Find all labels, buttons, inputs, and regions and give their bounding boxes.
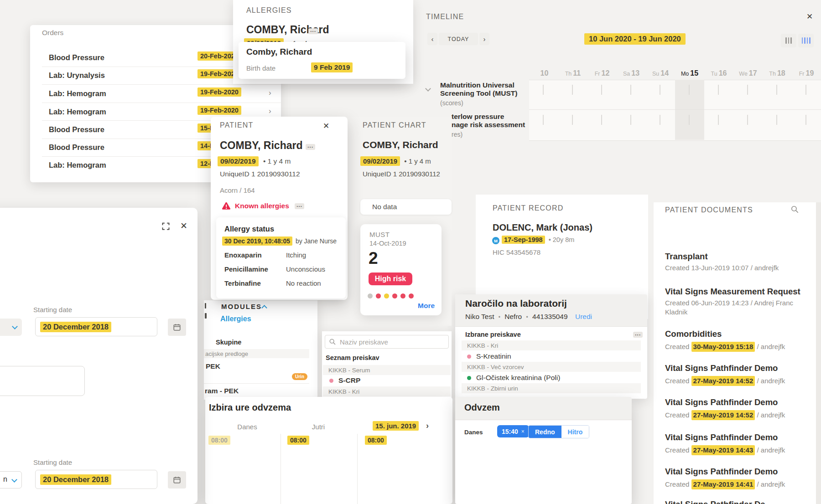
order-row-label[interactable]: Lab: Hemogram	[49, 89, 106, 98]
order-row-label[interactable]: Blood Pressure	[49, 125, 104, 134]
test-group-row: KIKKB - Kri	[462, 340, 641, 350]
known-allergies-row[interactable]: Known allergies ···	[222, 202, 304, 210]
must-label: MUST	[369, 231, 390, 238]
document-item[interactable]: Vital Signs Pathfinder Demo	[665, 467, 778, 477]
patient-dob-line: 09/02/2019 • 1 y 4 m	[360, 156, 431, 166]
timeline-today-button[interactable]: TODAY	[439, 33, 478, 45]
order-row-label[interactable]: Lab: Hemogram	[49, 161, 106, 170]
test-item-row[interactable]: S-CRP	[329, 376, 360, 385]
toggle-option-selected[interactable]: Redno	[529, 426, 561, 438]
more-menu-icon[interactable]: ···	[295, 203, 304, 209]
lab-order-title: Naročilo na laboratorij	[465, 298, 567, 309]
more-menu-icon[interactable]: ···	[306, 144, 315, 150]
collapse-chevron-icon[interactable]	[425, 86, 431, 92]
search-icon	[329, 338, 336, 345]
timeline-day[interactable]: Sa13	[617, 69, 646, 77]
timeline-day[interactable]: Th18	[763, 69, 792, 77]
edit-link[interactable]: Uredi	[575, 313, 592, 320]
collapse-chevron-icon[interactable]	[261, 305, 267, 311]
timeline-next-button[interactable]: ›	[479, 33, 489, 45]
timeline-day[interactable]: Su14	[646, 69, 675, 77]
document-item[interactable]: Vital Signs Measurement Request	[665, 287, 800, 297]
more-menu-icon[interactable]: ···	[308, 28, 318, 34]
starting-date-input[interactable]: 20 December 2018	[35, 470, 157, 489]
patient-name: DOLENC, Mark (Jonas)	[493, 222, 592, 233]
search-icon[interactable]	[790, 205, 799, 214]
allergy-reaction: Itching	[286, 251, 306, 259]
document-meta: Created 27-May-2019 14:41 / andrejfk	[665, 479, 785, 489]
time-slot-chip[interactable]: 08:00	[365, 436, 387, 445]
patient-chart-title: PATIENT CHART	[363, 121, 426, 129]
document-item-partial[interactable]: Vital Signs Pathfinder De	[665, 499, 765, 504]
dialog-header: Odvzem	[455, 397, 632, 420]
column-divider	[357, 434, 358, 504]
timeline-day[interactable]: Fr19	[792, 69, 821, 77]
module-link-allergies[interactable]: Allergies	[220, 315, 251, 323]
selected-time-chip[interactable]: 15:40 ×	[497, 425, 529, 437]
timeline-day[interactable]: We17	[733, 69, 763, 77]
timeline-prev-button[interactable]: ‹	[427, 33, 437, 45]
timeline-view-rows-button[interactable]	[781, 34, 796, 47]
patient-name: COMBY, Richard	[363, 139, 438, 150]
timeline-view-columns-button[interactable]	[798, 34, 814, 47]
calendar-button[interactable]	[168, 471, 186, 489]
timeline-row-label[interactable]: Malnutrition Universal Screening Tool (M…	[440, 81, 527, 107]
patient-hic: HIC 543545678	[493, 248, 540, 256]
clipped-text-fragment	[205, 303, 206, 309]
no-data-chip: No data	[360, 199, 452, 215]
test-item-row[interactable]: Gl-Očistek kreatinina (Poli)	[467, 374, 560, 382]
patient-info-popup: Comby, Richard Birth date 9 Feb 2019	[239, 42, 405, 79]
patient-avatar: M	[492, 237, 499, 244]
calendar-button[interactable]	[168, 319, 186, 336]
next-day-arrow[interactable]: ›	[426, 421, 429, 431]
allergies-title: ALLERGIES	[246, 6, 292, 15]
group-item[interactable]: PEK	[206, 362, 220, 370]
group-row: acijske predloge	[204, 349, 309, 358]
close-icon[interactable]: ✕	[180, 221, 187, 231]
starting-date-label: Starting date	[33, 306, 72, 314]
close-icon[interactable]: ✕	[323, 121, 329, 131]
score-dot	[384, 293, 389, 298]
document-item[interactable]: Vital Signs Pathfinder Demo	[665, 397, 778, 407]
app-canvas: Orders Blood Pressure 20-Feb-2020 Lab: U…	[0, 0, 821, 504]
timeline-day[interactable]: 10	[529, 69, 558, 77]
group-item[interactable]: ram - PEK	[205, 387, 239, 395]
score-dot	[368, 293, 373, 298]
timeline-day[interactable]: Fr12	[587, 69, 617, 77]
score-dots	[368, 293, 414, 298]
timeline-close-icon[interactable]: ✕	[806, 12, 813, 21]
timeline-day[interactable]: Th11	[558, 69, 587, 77]
chevron-right-icon[interactable]: ›	[269, 107, 271, 116]
more-link[interactable]: More	[418, 302, 435, 310]
order-row-label[interactable]: Blood Pressure	[49, 143, 104, 152]
column-header-date[interactable]: 15. jun. 2019	[373, 421, 419, 431]
search-input[interactable]: Naziv preiskave	[325, 335, 449, 349]
more-menu-icon[interactable]: ···	[633, 332, 643, 338]
starting-date-input[interactable]: 20 December 2018	[35, 317, 157, 336]
document-meta: Created 13-Jun-2019 10:07 / andrejfk	[665, 263, 779, 273]
document-item[interactable]: Comorbidities	[665, 329, 722, 339]
document-item[interactable]: Vital Signs Pathfinder Demo	[665, 363, 778, 373]
remove-time-icon[interactable]: ×	[521, 428, 525, 435]
chevron-right-icon[interactable]: ›	[269, 88, 271, 98]
clipped-select[interactable]	[0, 319, 22, 336]
order-row-label[interactable]: Lab: Urynalysis	[49, 71, 105, 80]
timeline-day[interactable]: Tu16	[704, 69, 733, 77]
timeline-row-label[interactable]: terlow pressure nage risk assessment res…	[452, 113, 529, 139]
patient-name: COMBY, Richard	[220, 139, 302, 152]
document-item[interactable]: Transplant	[665, 252, 708, 262]
scrollbar[interactable]	[816, 202, 821, 504]
patient-location: Acorn / 164	[220, 186, 255, 194]
timeline-day-selected[interactable]: Mo15	[675, 69, 704, 77]
clipped-select[interactable]: n	[0, 471, 22, 489]
patient-panel-title: PATIENT	[220, 121, 254, 129]
time-slot-chip[interactable]: 08:00	[287, 436, 309, 445]
timeline-date-range[interactable]: 10 Jun 2020 - 19 Jun 2020	[584, 33, 686, 45]
order-row-label[interactable]: Blood Pressure	[49, 53, 104, 62]
clipped-input-box[interactable]	[0, 366, 85, 396]
test-item-row[interactable]: S-Kreatinin	[467, 352, 511, 360]
expand-icon[interactable]	[161, 221, 171, 231]
document-item[interactable]: Vital Signs Pathfinder Demo	[665, 432, 778, 442]
order-row-label[interactable]: Lab: Hemogram	[49, 108, 106, 116]
toggle-option[interactable]: Hitro	[561, 426, 589, 438]
